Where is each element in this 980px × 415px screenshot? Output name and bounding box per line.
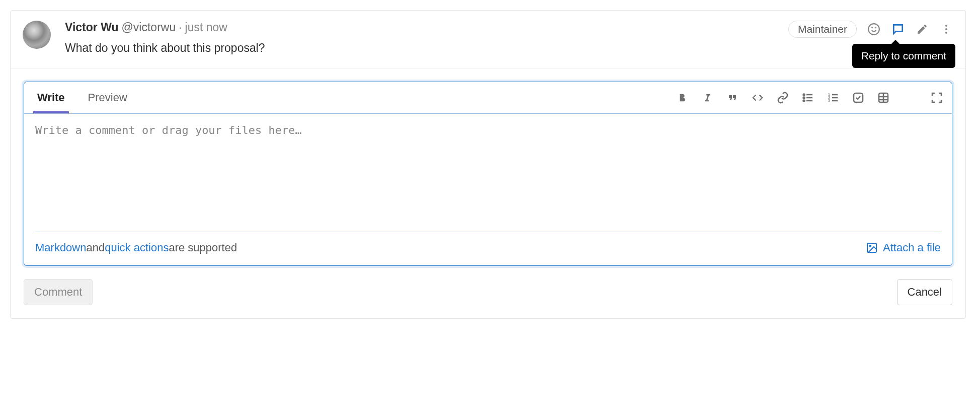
comment-thread-panel: Victor Wu @victorwu · just now What do y… <box>10 10 966 319</box>
emoji-icon[interactable] <box>867 22 881 36</box>
svg-point-10 <box>803 97 805 99</box>
separator: · <box>179 21 182 34</box>
comment-actions: Maintainer <box>788 21 953 38</box>
editor-toolbar: 123 <box>676 92 943 104</box>
svg-point-9 <box>803 94 805 96</box>
comment-textarea[interactable] <box>24 114 952 230</box>
quick-actions-link[interactable]: quick actions <box>105 241 169 254</box>
svg-point-24 <box>869 245 871 247</box>
attach-file-label: Attach a file <box>883 241 941 254</box>
numbered-list-icon[interactable]: 123 <box>827 92 839 104</box>
footer-text-2: are supported <box>169 241 237 254</box>
italic-icon[interactable] <box>701 92 713 104</box>
editor-actions: Comment Cancel <box>11 279 965 318</box>
role-badge: Maintainer <box>788 21 857 38</box>
cancel-button[interactable]: Cancel <box>897 279 952 305</box>
comment-editor: Write Preview <box>24 82 952 266</box>
tab-preview[interactable]: Preview <box>84 82 131 113</box>
edit-icon[interactable] <box>915 22 929 36</box>
bullet-list-icon[interactable] <box>802 92 814 104</box>
avatar[interactable] <box>23 21 51 49</box>
svg-point-0 <box>868 24 879 35</box>
svg-point-1 <box>872 27 872 28</box>
attach-file-button[interactable]: Attach a file <box>866 241 941 254</box>
tab-write[interactable]: Write <box>33 82 69 113</box>
comment-meta: Victor Wu @victorwu · just now What do y… <box>65 21 788 55</box>
bold-icon[interactable] <box>676 92 688 104</box>
svg-point-2 <box>875 27 876 28</box>
comment-header: Victor Wu @victorwu · just now What do y… <box>11 11 965 68</box>
code-icon[interactable] <box>752 92 764 104</box>
svg-text:3: 3 <box>828 99 830 102</box>
comment-meta-line: Victor Wu @victorwu · just now <box>65 21 788 34</box>
svg-point-4 <box>945 28 947 30</box>
reply-tooltip: Reply to comment <box>852 44 955 68</box>
comment-body: What do you think about this proposal? <box>65 41 788 55</box>
svg-point-3 <box>945 25 947 27</box>
markdown-link[interactable]: Markdown <box>35 241 86 254</box>
svg-point-11 <box>803 100 805 102</box>
author-name[interactable]: Victor Wu <box>65 21 119 34</box>
footer-text-1: and <box>86 241 105 254</box>
editor-footer: Markdown and quick actions are supported… <box>35 232 941 265</box>
reply-icon[interactable] <box>891 22 905 36</box>
author-handle[interactable]: @victorwu <box>122 21 176 34</box>
timestamp: just now <box>185 21 227 34</box>
table-icon[interactable] <box>877 92 889 104</box>
task-list-icon[interactable] <box>852 92 864 104</box>
comment-button[interactable]: Comment <box>24 279 93 305</box>
editor-wrap: Write Preview <box>11 68 965 279</box>
fullscreen-icon[interactable] <box>931 92 943 104</box>
svg-point-5 <box>945 32 947 34</box>
editor-tabs: Write Preview <box>24 82 952 114</box>
link-icon[interactable] <box>777 92 789 104</box>
more-icon[interactable] <box>939 22 953 36</box>
quote-icon[interactable] <box>726 92 739 104</box>
